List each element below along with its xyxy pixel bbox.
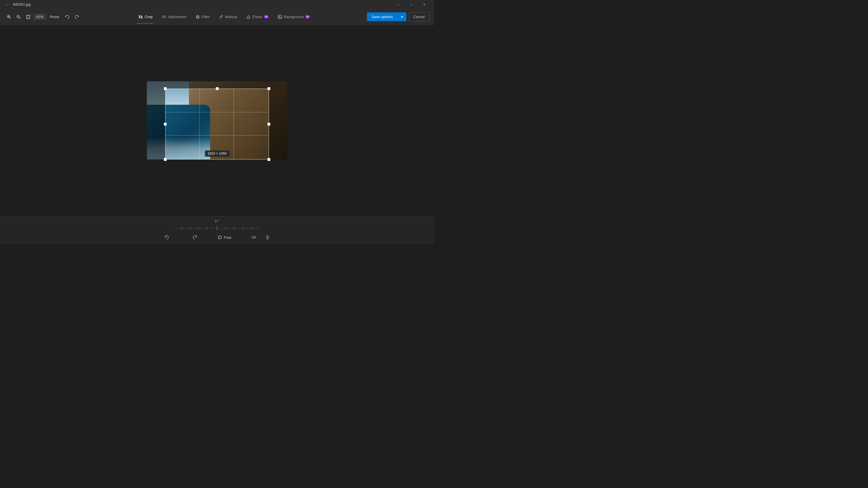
titlebar-title: IMG001.jpg [13, 3, 31, 6]
svg-rect-61 [246, 227, 246, 229]
undo-icon [65, 15, 69, 19]
photo-ocean-layer [147, 105, 210, 160]
reset-button[interactable]: Reset [47, 13, 62, 20]
zoom-out-button[interactable] [14, 13, 23, 21]
svg-rect-38 [205, 227, 206, 229]
erase-icon [246, 15, 251, 19]
titlebar-controls: ─ □ ✕ [392, 0, 431, 9]
svg-rect-21 [177, 227, 177, 229]
tab-adjustment[interactable]: Adjustment [158, 10, 190, 24]
tab-filter[interactable]: Filter [191, 10, 214, 24]
undo-button[interactable] [63, 13, 72, 21]
rotate-right-icon [193, 235, 197, 240]
angle-display: 0 ° [215, 219, 219, 223]
svg-rect-29 [190, 227, 190, 230]
save-options-group: Save options ▼ [367, 12, 406, 21]
svg-rect-23 [180, 227, 180, 229]
rotate-left-button[interactable] [161, 233, 172, 241]
cancel-button[interactable]: Cancel [409, 12, 430, 22]
tab-erase[interactable]: Erase AI [242, 10, 273, 24]
svg-point-19 [279, 16, 280, 17]
svg-line-1 [10, 18, 11, 19]
svg-rect-24 [182, 227, 182, 230]
bottom-controls: 0 ° [0, 216, 434, 244]
main-canvas-area: 1910 × 1450 [0, 25, 434, 216]
back-icon[interactable]: ← [3, 2, 11, 7]
free-icon [217, 235, 222, 240]
svg-rect-30 [192, 227, 192, 229]
svg-point-8 [162, 15, 163, 17]
save-dropdown-button[interactable]: ▼ [397, 12, 406, 21]
flip-vertical-icon [265, 235, 270, 240]
svg-rect-34 [198, 227, 199, 230]
minimize-button[interactable]: ─ [392, 0, 405, 9]
svg-line-5 [19, 18, 20, 19]
svg-rect-64 [251, 227, 251, 230]
photo-background [147, 81, 287, 160]
markup-icon [219, 15, 223, 19]
svg-rect-55 [236, 227, 236, 229]
maximize-button[interactable]: □ [405, 0, 418, 9]
svg-rect-27 [187, 227, 187, 229]
photo-waves-layer [147, 137, 210, 160]
svg-rect-37 [204, 227, 204, 229]
titlebar: ← IMG001.jpg ─ □ ✕ [0, 0, 434, 9]
svg-rect-26 [185, 227, 185, 229]
svg-rect-67 [256, 227, 256, 229]
svg-point-9 [163, 17, 164, 18]
svg-rect-68 [258, 227, 258, 229]
svg-rect-7 [27, 15, 30, 19]
svg-rect-40 [209, 227, 209, 229]
ruler-ticks-svg [175, 226, 259, 231]
svg-rect-56 [238, 227, 238, 229]
crop-icon [138, 15, 143, 19]
svg-rect-25 [183, 227, 184, 229]
close-button[interactable]: ✕ [418, 0, 431, 9]
tab-crop[interactable]: Crop [134, 10, 156, 24]
svg-rect-44 [217, 226, 217, 230]
svg-rect-35 [200, 227, 200, 229]
angle-ruler[interactable] [175, 226, 259, 231]
rotate-right-button[interactable] [189, 233, 200, 241]
svg-rect-33 [197, 227, 197, 229]
save-options-button[interactable]: Save options [367, 12, 397, 21]
svg-rect-36 [202, 227, 202, 229]
svg-rect-48 [224, 227, 224, 229]
svg-point-16 [197, 16, 198, 18]
background-ai-badge: AI [305, 15, 310, 19]
free-mode-display: Free [217, 235, 231, 240]
fit-button[interactable] [24, 13, 33, 21]
svg-rect-60 [244, 227, 245, 229]
flip-buttons [248, 233, 273, 241]
svg-rect-50 [227, 227, 228, 229]
svg-rect-65 [253, 227, 253, 229]
photo-container[interactable]: 1910 × 1450 [147, 81, 287, 160]
zoom-in-button[interactable] [4, 13, 13, 21]
svg-rect-49 [226, 227, 226, 230]
svg-rect-59 [243, 227, 243, 230]
svg-rect-28 [188, 227, 189, 229]
svg-rect-66 [254, 227, 255, 229]
tab-markup[interactable]: Markup [215, 10, 241, 24]
svg-rect-22 [178, 227, 179, 229]
toolbar: 42% Reset Crop Adjustment Filter Markup … [0, 9, 434, 25]
svg-rect-32 [195, 227, 195, 229]
svg-rect-53 [232, 227, 233, 229]
rotate-left-icon [164, 235, 169, 240]
redo-button[interactable] [72, 13, 81, 21]
redo-icon [74, 15, 79, 19]
tab-background[interactable]: Background AI [274, 10, 314, 24]
flip-vertical-button[interactable] [262, 233, 273, 241]
toolbar-left: 42% Reset [4, 13, 81, 21]
svg-rect-57 [239, 227, 240, 229]
svg-point-15 [196, 15, 199, 18]
svg-rect-58 [241, 227, 241, 229]
svg-rect-39 [207, 227, 207, 230]
ruler-track[interactable] [175, 226, 259, 231]
bottom-actions: Free [161, 233, 273, 241]
adjustment-icon [161, 15, 166, 19]
flip-horizontal-button[interactable] [248, 233, 259, 241]
svg-rect-54 [234, 227, 235, 230]
svg-rect-62 [248, 227, 248, 229]
filter-icon [195, 15, 200, 19]
